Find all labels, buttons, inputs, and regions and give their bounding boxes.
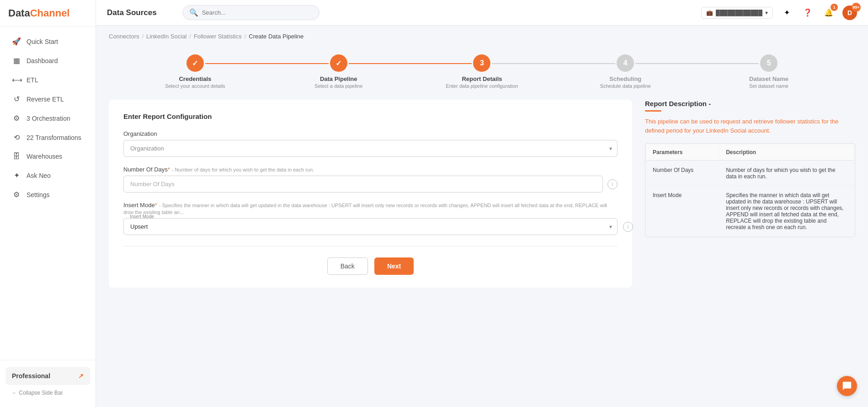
- breadcrumb-sep-1: /: [142, 33, 144, 40]
- sidebar-nav: 🚀 Quick Start ▦ Dashboard ⟷ ETL ↺ Revers…: [0, 27, 96, 360]
- step-circle-credentials: ✓: [186, 54, 204, 72]
- form-actions: Back Next: [123, 257, 618, 275]
- step-credentials: ✓ Credentials Select your account detail…: [123, 54, 267, 89]
- sidebar-item-transformations[interactable]: ⟲ 22 Transformations: [4, 128, 92, 147]
- step-circle-dataset-name: 5: [760, 54, 777, 72]
- chat-bubble-button[interactable]: [837, 376, 857, 396]
- main-area: Data Sources 🔍 💼 ████████████ ▾ ✦ ❓ 🔔 1 …: [96, 0, 868, 407]
- breadcrumb-sep-3: /: [245, 33, 246, 40]
- neo-icon: ✦: [12, 171, 21, 180]
- logo-channel: Channel: [30, 7, 70, 19]
- breadcrumb-linkedin[interactable]: LinkedIn Social: [146, 33, 186, 40]
- org-select[interactable]: Organization: [123, 140, 618, 157]
- step-scheduling: 4 Scheduling Schedule data pipeline: [554, 54, 697, 89]
- search-bar[interactable]: 🔍: [182, 5, 320, 20]
- param-name-insert: Insert Mode: [646, 187, 719, 236]
- content-area: Connectors / LinkedIn Social / Follower …: [96, 26, 868, 407]
- insert-mode-group: Insert Mode*- Specifies the manner in wh…: [123, 202, 618, 235]
- insert-mode-select[interactable]: Upsert Append Replace: [123, 218, 618, 235]
- insert-mode-outer: Upsert Append Replace ▾: [123, 218, 618, 235]
- back-button[interactable]: Back: [327, 257, 368, 275]
- sidebar-item-etl[interactable]: ⟷ ETL: [4, 70, 92, 89]
- param-desc-insert: Specifies the manner in which data will …: [719, 187, 854, 236]
- help-button[interactable]: ❓: [800, 5, 815, 20]
- step-sublabel-report-details: Enter data pipeline configuration: [446, 83, 518, 89]
- sidebar-item-orchestration[interactable]: ⚙ 3 Orchestration: [4, 109, 92, 128]
- professional-plan[interactable]: Professional ↗: [5, 367, 90, 385]
- nav-label-reverse-etl: Reverse ETL: [27, 96, 64, 103]
- collapse-sidebar-button[interactable]: ← Collapse Side Bar: [5, 385, 90, 401]
- briefcase-icon: 💼: [706, 10, 713, 16]
- warehouses-icon: 🗄: [12, 152, 21, 161]
- days-info-icon[interactable]: i: [607, 179, 618, 189]
- chat-icon: [842, 381, 852, 391]
- dashboard-icon: ▦: [12, 56, 21, 65]
- sparkle-icon: ✦: [784, 8, 790, 17]
- breadcrumb-follower-stats[interactable]: Follower Statistics: [194, 33, 242, 40]
- days-input-wrapper: i: [123, 176, 618, 193]
- sparkle-button[interactable]: ✦: [779, 5, 794, 20]
- etl-icon: ⟷: [12, 75, 21, 84]
- breadcrumb: Connectors / LinkedIn Social / Follower …: [96, 26, 868, 40]
- step-sublabel-credentials: Select your account details: [165, 83, 225, 89]
- days-label: Number Of Days*- Number of days for whic…: [123, 166, 618, 173]
- next-button[interactable]: Next: [374, 257, 414, 275]
- step-sublabel-data-pipeline: Select a data pipeline: [314, 83, 362, 89]
- param-desc-days: Number of days for which you wish to get…: [719, 161, 854, 186]
- insert-mode-required: *: [155, 202, 157, 209]
- nav-label-transformations: 22 Transformations: [27, 134, 81, 141]
- breadcrumb-sep-2: /: [189, 33, 191, 40]
- nav-label-orchestration: 3 Orchestration: [27, 115, 70, 122]
- sidebar: DataChannel 🚀 Quick Start ▦ Dashboard ⟷ …: [0, 0, 96, 407]
- nav-label-ask-neo: Ask Neo: [27, 172, 51, 179]
- sidebar-bottom: Professional ↗ ← Collapse Side Bar: [0, 360, 96, 407]
- workspace-selector[interactable]: 💼 ████████████ ▾: [701, 7, 773, 19]
- step-dataset-name: 5 Dataset Name Set dataset name: [697, 54, 841, 89]
- form-panel: Enter Report Configuration Organization …: [109, 100, 632, 288]
- avatar-button[interactable]: 99+ D: [842, 5, 857, 20]
- professional-label: Professional: [12, 372, 50, 380]
- step-label-scheduling: Scheduling: [609, 75, 641, 82]
- sidebar-item-warehouses[interactable]: 🗄 Warehouses: [4, 147, 92, 166]
- sidebar-item-settings[interactable]: ⚙ Settings: [4, 185, 92, 204]
- nav-label-quick-start: Quick Start: [27, 38, 58, 45]
- sidebar-item-dashboard[interactable]: ▦ Dashboard: [4, 51, 92, 70]
- step-sublabel-scheduling: Schedule data pipeline: [600, 83, 651, 89]
- days-input[interactable]: [123, 176, 603, 193]
- sidebar-item-reverse-etl[interactable]: ↺ Reverse ETL: [4, 90, 92, 108]
- search-input[interactable]: [202, 9, 313, 16]
- breadcrumb-connectors[interactable]: Connectors: [109, 33, 139, 40]
- collapse-label: ← Collapse Side Bar: [12, 390, 63, 396]
- form-divider: [123, 246, 618, 246]
- insert-mode-label: Insert Mode*- Specifies the manner in wh…: [123, 202, 618, 215]
- search-icon: 🔍: [189, 8, 198, 17]
- params-header-param: Parameters: [646, 145, 719, 161]
- reverse-etl-icon: ↺: [12, 95, 21, 103]
- step-data-pipeline: ✓ Data Pipeline Select a data pipeline: [267, 54, 410, 89]
- nav-label-warehouses: Warehouses: [27, 153, 62, 160]
- insert-mode-info-icon[interactable]: i: [623, 222, 633, 232]
- help-icon: ❓: [803, 8, 812, 17]
- sidebar-item-ask-neo[interactable]: ✦ Ask Neo: [4, 166, 92, 185]
- logo-data: Data: [8, 7, 30, 19]
- sidebar-item-quick-start[interactable]: 🚀 Quick Start: [4, 32, 92, 51]
- org-select-wrapper: Organization ▾: [123, 140, 618, 157]
- logo: DataChannel: [0, 0, 96, 27]
- stepper: ✓ Credentials Select your account detail…: [96, 40, 868, 100]
- table-row: Number Of Days Number of days for which …: [646, 161, 854, 186]
- table-row: Insert Mode Specifies the manner in whic…: [646, 187, 854, 236]
- org-group: Organization Organization ▾: [123, 130, 618, 157]
- description-title: Report Description -: [645, 100, 855, 107]
- nav-label-dashboard: Dashboard: [27, 57, 58, 64]
- description-panel: Report Description - This pipeline can b…: [645, 100, 855, 288]
- notifications-button[interactable]: 🔔 1: [821, 5, 836, 20]
- header: Data Sources 🔍 💼 ████████████ ▾ ✦ ❓ 🔔 1 …: [96, 0, 868, 26]
- page-title: Data Sources: [107, 8, 157, 17]
- step-label-credentials: Credentials: [179, 75, 211, 82]
- step-label-data-pipeline: Data Pipeline: [320, 75, 357, 82]
- nav-label-settings: Settings: [27, 191, 50, 198]
- transformations-icon: ⟲: [12, 133, 21, 142]
- step-label-dataset-name: Dataset Name: [749, 75, 788, 82]
- avatar-badge: 99+: [852, 3, 861, 12]
- insert-mode-hint: - Specifies the manner in which data wil…: [123, 203, 607, 215]
